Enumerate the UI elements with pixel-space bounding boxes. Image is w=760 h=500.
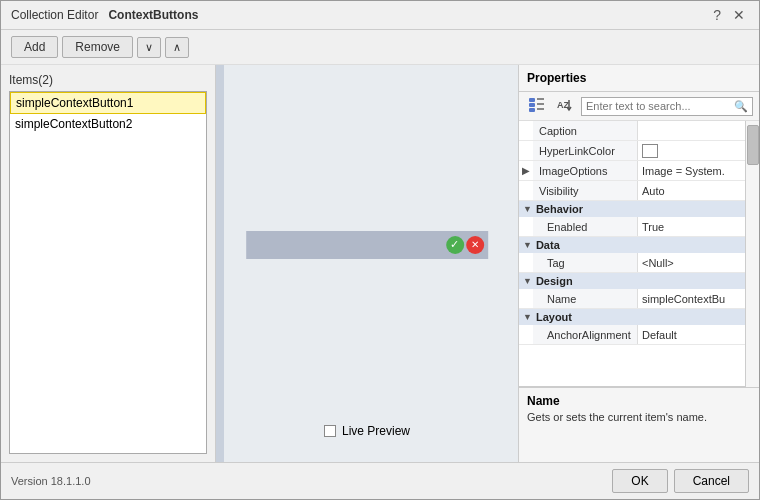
imageoptions-expand[interactable]: ▶	[519, 161, 533, 180]
list-item-empty	[10, 254, 206, 274]
svg-rect-3	[537, 103, 544, 105]
scrollbar-thumb[interactable]	[747, 125, 759, 165]
section-arrow-design: ▼	[523, 276, 532, 286]
list-item[interactable]: simpleContextButton2	[10, 114, 206, 134]
props-toolbar: AZ 🔍	[519, 92, 759, 121]
move-up-button[interactable]: ∧	[165, 37, 189, 58]
ok-button[interactable]: OK	[612, 469, 667, 493]
footer: Version 18.1.1.0 OK Cancel	[1, 462, 759, 499]
list-item[interactable]: simpleContextButton1	[10, 92, 206, 114]
version-text: Version 18.1.1.0	[11, 475, 91, 487]
live-preview-checkbox[interactable]	[324, 425, 336, 437]
props-scrollbar[interactable]	[745, 121, 759, 387]
prop-row-hyperlinkcolor: HyperLinkColor	[519, 141, 745, 161]
title-bar: Collection Editor ContextButtons ? ✕	[1, 1, 759, 30]
search-box[interactable]: 🔍	[581, 97, 753, 116]
props-grid: Caption HyperLinkColor ▶ ImageO	[519, 121, 745, 387]
category-icon	[529, 98, 545, 112]
window-title-text: Collection Editor	[11, 8, 98, 22]
prop-expand	[519, 141, 533, 160]
main-window: Collection Editor ContextButtons ? ✕ Add…	[0, 0, 760, 500]
prop-value-visibility[interactable]: Auto	[638, 181, 745, 200]
list-item-empty	[10, 234, 206, 254]
live-preview-label: Live Preview	[342, 424, 410, 438]
prop-value-imageoptions[interactable]: Image = System.	[638, 161, 745, 180]
visibility-value-text: Auto	[642, 185, 665, 197]
close-button[interactable]: ✕	[729, 7, 749, 23]
tag-value-text: <Null>	[642, 257, 674, 269]
content-area: Items(2) simpleContextButton1 simpleCont…	[1, 65, 759, 462]
section-data[interactable]: ▼ Data	[519, 237, 745, 253]
help-button[interactable]: ?	[709, 7, 725, 23]
prop-expand	[519, 121, 533, 140]
list-item-empty	[10, 294, 206, 314]
prop-expand	[519, 181, 533, 200]
preview-area	[216, 65, 518, 424]
svg-rect-0	[529, 98, 535, 102]
props-sort-alpha-button[interactable]: AZ	[553, 96, 577, 116]
prop-name-imageoptions: ImageOptions	[533, 161, 638, 180]
list-item-empty	[10, 174, 206, 194]
title-bar-controls: ? ✕	[709, 7, 749, 23]
svg-rect-1	[537, 98, 544, 100]
color-swatch	[642, 144, 658, 158]
prop-row-enabled: Enabled True	[519, 217, 745, 237]
prop-expand	[519, 217, 533, 236]
title-bar-left: Collection Editor ContextButtons	[11, 8, 198, 22]
remove-button[interactable]: Remove	[62, 36, 133, 58]
items-label: Items(2)	[9, 73, 207, 87]
prop-value-hyperlinkcolor[interactable]	[638, 141, 745, 160]
search-input[interactable]	[586, 100, 734, 112]
search-icon: 🔍	[734, 100, 748, 113]
context-bar	[246, 231, 488, 259]
live-preview-bar: Live Preview	[324, 424, 410, 438]
prop-row-caption: Caption	[519, 121, 745, 141]
footer-buttons: OK Cancel	[612, 469, 749, 493]
prop-name-tag: Tag	[533, 253, 638, 272]
list-item-empty	[10, 274, 206, 294]
prop-name-anchoralignment: AnchorAlignment	[533, 325, 638, 344]
name-value-text: simpleContextBu	[642, 293, 725, 305]
prop-value-enabled[interactable]: True	[638, 217, 745, 236]
ctx-cancel-button[interactable]	[466, 236, 484, 254]
window-title: Collection Editor ContextButtons	[11, 8, 198, 22]
add-button[interactable]: Add	[11, 36, 58, 58]
prop-name-name: Name	[533, 289, 638, 308]
section-behavior-label: Behavior	[536, 203, 583, 215]
svg-rect-5	[537, 108, 544, 110]
props-sort-category-button[interactable]	[525, 96, 549, 116]
section-design[interactable]: ▼ Design	[519, 273, 745, 289]
section-layout[interactable]: ▼ Layout	[519, 309, 745, 325]
middle-panel: Live Preview	[216, 65, 519, 462]
prop-expand	[519, 289, 533, 308]
prop-value-tag[interactable]: <Null>	[638, 253, 745, 272]
section-layout-label: Layout	[536, 311, 572, 323]
section-arrow-data: ▼	[523, 240, 532, 250]
svg-rect-4	[529, 108, 535, 112]
prop-value-anchoralignment[interactable]: Default	[638, 325, 745, 344]
prop-expand	[519, 253, 533, 272]
move-down-button[interactable]: ∨	[137, 37, 161, 58]
prop-row-imageoptions: ▶ ImageOptions Image = System.	[519, 161, 745, 181]
section-behavior[interactable]: ▼ Behavior	[519, 201, 745, 217]
list-item-empty	[10, 334, 206, 354]
prop-value-name[interactable]: simpleContextBu	[638, 289, 745, 308]
prop-value-caption[interactable]	[638, 121, 745, 140]
list-item-empty	[10, 214, 206, 234]
enabled-value-text: True	[642, 221, 664, 233]
section-arrow-behavior: ▼	[523, 204, 532, 214]
cancel-button[interactable]: Cancel	[674, 469, 749, 493]
props-scroll-wrapper: Caption HyperLinkColor ▶ ImageO	[519, 121, 759, 387]
list-item-empty	[10, 134, 206, 154]
items-list: simpleContextButton1 simpleContextButton…	[9, 91, 207, 454]
list-item-empty	[10, 154, 206, 174]
window-subtitle-text: ContextButtons	[108, 8, 198, 22]
ctx-ok-button[interactable]	[446, 236, 464, 254]
properties-header: Properties	[519, 65, 759, 92]
prop-name-enabled: Enabled	[533, 217, 638, 236]
section-arrow-layout: ▼	[523, 312, 532, 322]
imageoptions-value-text: Image = System.	[642, 165, 725, 177]
prop-row-name: Name simpleContextBu	[519, 289, 745, 309]
list-item-empty	[10, 194, 206, 214]
svg-rect-2	[529, 103, 535, 107]
